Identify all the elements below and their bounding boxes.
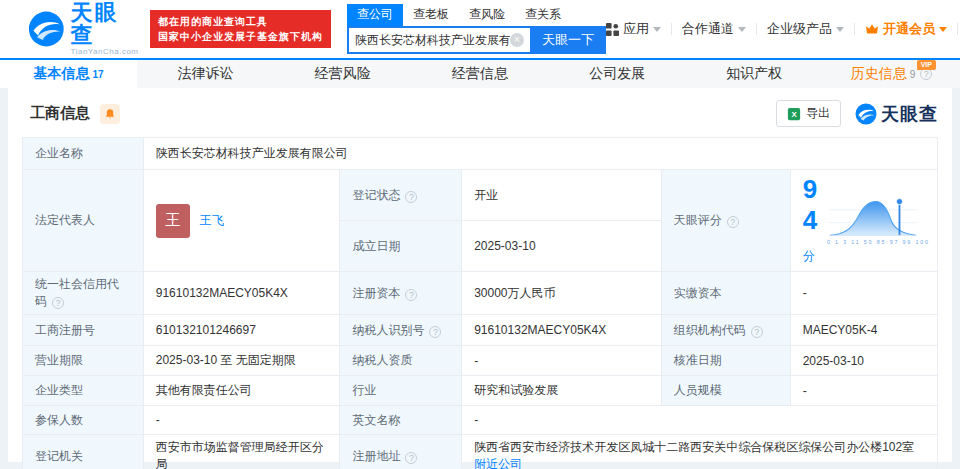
table-row: 统一社会信用代码? 91610132MAECY05K4X 注册资本? 30000… — [23, 272, 938, 315]
help-icon[interactable]: ? — [405, 289, 417, 301]
tab-label: 公司发展 — [589, 65, 645, 83]
industry-value: 研究和试验发展 — [462, 376, 661, 406]
company-type-value: 其他有限责任公司 — [143, 376, 340, 406]
tianyancha-logo-icon — [28, 10, 65, 48]
promo-banner: 都在用的商业查询工具 国家中小企业发展子基金旗下机构 — [150, 10, 331, 48]
tab-basic-info[interactable]: 基本信息 17 — [0, 60, 137, 88]
org-code-value: MAECY05K-4 — [790, 315, 937, 346]
nav-cooperation-label: 合作通道 — [682, 20, 734, 38]
search-block: 查公司 查老板 查风险 查关系 × 天眼一下 — [347, 4, 606, 54]
nav-separator — [957, 23, 958, 35]
business-term-value: 2025-03-10 至 无固定期限 — [143, 346, 340, 376]
crown-icon — [865, 23, 879, 35]
nav-apps-label: 应用 — [623, 20, 649, 38]
nav-separator — [671, 23, 672, 35]
clear-input-icon[interactable]: × — [510, 33, 524, 47]
logo-domain: TianYanCha.com — [71, 48, 140, 56]
nav-vip[interactable]: 开通会员 — [865, 20, 947, 38]
tab-operation-info[interactable]: 经营信息 — [411, 60, 548, 88]
nav-cooperation[interactable]: 合作通道 — [682, 20, 746, 38]
staff-size-value: - — [790, 376, 937, 406]
field-label: 企业名称 — [35, 146, 83, 160]
help-icon[interactable]: ? — [429, 326, 441, 338]
caret-down-icon — [738, 27, 746, 32]
taxpayer-id-value: 91610132MAECY05K4X — [462, 315, 661, 346]
field-label: 企业类型 — [35, 383, 83, 397]
english-name-value: - — [462, 406, 938, 435]
field-label: 行业 — [352, 383, 376, 397]
help-icon[interactable]: ? — [405, 452, 417, 464]
help-icon[interactable]: ? — [405, 191, 417, 203]
nearby-companies-link[interactable]: 附近公司 — [474, 457, 522, 469]
field-label: 登记机关 — [35, 449, 83, 463]
top-nav: 应用 合作通道 企业级产品 开通会员 费米 — [606, 20, 960, 38]
search-tab-company[interactable]: 查公司 — [347, 4, 403, 26]
top-header: 天眼查 TianYanCha.com 都在用的商业查询工具 国家中小企业发展子基… — [0, 0, 960, 58]
logo-text: 天眼查 — [71, 2, 140, 46]
nav-enterprise-label: 企业级产品 — [767, 20, 832, 38]
legal-rep-link[interactable]: 王飞 — [200, 212, 224, 229]
score-distribution-chart: 0 1 3 11 50 85 97 99 100 — [827, 197, 941, 245]
tab-label: 知识产权 — [726, 65, 782, 83]
tab-history-info[interactable]: VIP 历史信息 9 ? — [823, 60, 960, 88]
reg-status-value: 开业 — [462, 170, 661, 221]
field-label: 营业期限 — [35, 353, 83, 367]
field-label: 统一社会信用代码 — [35, 277, 119, 308]
tab-label: 基本信息 — [34, 65, 90, 83]
help-icon[interactable]: ? — [52, 297, 64, 309]
tab-operation-risk[interactable]: 经营风险 — [274, 60, 411, 88]
reg-authority-value: 西安市市场监督管理局经开区分局 — [143, 435, 340, 469]
monitor-bell-button[interactable] — [100, 104, 120, 124]
tianyancha-logo-icon — [855, 103, 877, 125]
help-icon[interactable]: ? — [727, 216, 739, 228]
legal-rep-avatar[interactable]: 王 — [156, 204, 190, 238]
reg-number-value: 610132101246697 — [143, 315, 340, 346]
nav-enterprise[interactable]: 企业级产品 — [767, 20, 844, 38]
search-input-wrap: × — [347, 26, 530, 54]
insured-value: - — [143, 406, 340, 435]
search-button[interactable]: 天眼一下 — [530, 26, 606, 54]
field-label: 登记状态 — [352, 188, 400, 202]
field-label: 工商注册号 — [35, 323, 95, 337]
caret-down-icon — [939, 27, 947, 32]
business-info-section: 工商信息 X 导出 天眼查 企业名称 陕西长 — [8, 88, 952, 462]
field-label: 注册资本 — [352, 286, 400, 300]
export-label: 导出 — [806, 105, 830, 122]
table-row: 企业名称 陕西长安芯材科技产业发展有限公司 — [23, 138, 938, 170]
search-tab-risk[interactable]: 查风险 — [459, 4, 515, 26]
promo-line2: 国家中小企业发展子基金旗下机构 — [158, 29, 323, 44]
score-axis-labels: 0 1 3 11 50 85 97 99 100 — [827, 239, 930, 244]
promo-line1: 都在用的商业查询工具 — [158, 14, 323, 29]
tianyancha-logo[interactable]: 天眼查 TianYanCha.com — [28, 2, 140, 56]
field-label: 法定代表人 — [35, 213, 95, 227]
caret-down-icon — [836, 27, 844, 32]
score-value[interactable]: 94分 — [803, 174, 817, 267]
field-label: 天眼评分 — [674, 213, 722, 227]
tab-intellectual-property[interactable]: 知识产权 — [686, 60, 823, 88]
score-number: 94 — [803, 174, 817, 235]
reg-capital-value: 30000万人民币 — [462, 272, 661, 315]
company-name-value: 陕西长安芯材科技产业发展有限公司 — [143, 138, 937, 170]
field-label: 纳税人资质 — [352, 353, 412, 367]
watermark-logo: 天眼查 — [855, 102, 938, 126]
field-label: 核准日期 — [674, 353, 722, 367]
nav-apps[interactable]: 应用 — [606, 20, 661, 38]
search-tab-relation[interactable]: 查关系 — [515, 4, 571, 26]
nav-vip-label: 开通会员 — [883, 20, 935, 38]
search-tab-boss[interactable]: 查老板 — [403, 4, 459, 26]
search-input[interactable] — [355, 33, 510, 47]
excel-icon: X — [787, 107, 801, 121]
apps-grid-icon — [606, 23, 619, 36]
tab-legal-proceedings[interactable]: 法律诉讼 — [137, 60, 274, 88]
tab-count: 17 — [93, 69, 104, 80]
field-label: 成立日期 — [352, 239, 400, 253]
table-row: 营业期限 2025-03-10 至 无固定期限 纳税人资质 - 核准日期 202… — [23, 346, 938, 376]
field-label: 组织机构代码 — [674, 323, 746, 337]
field-label: 人员规模 — [674, 383, 722, 397]
help-icon[interactable]: ? — [751, 326, 763, 338]
nav-separator — [756, 23, 757, 35]
tab-company-development[interactable]: 公司发展 — [549, 60, 686, 88]
export-button[interactable]: X 导出 — [776, 100, 841, 127]
table-row: 登记机关 西安市市场监督管理局经开区分局 注册地址? 陕西省西安市经济技术开发区… — [23, 435, 938, 469]
tab-count: 9 — [910, 69, 916, 80]
